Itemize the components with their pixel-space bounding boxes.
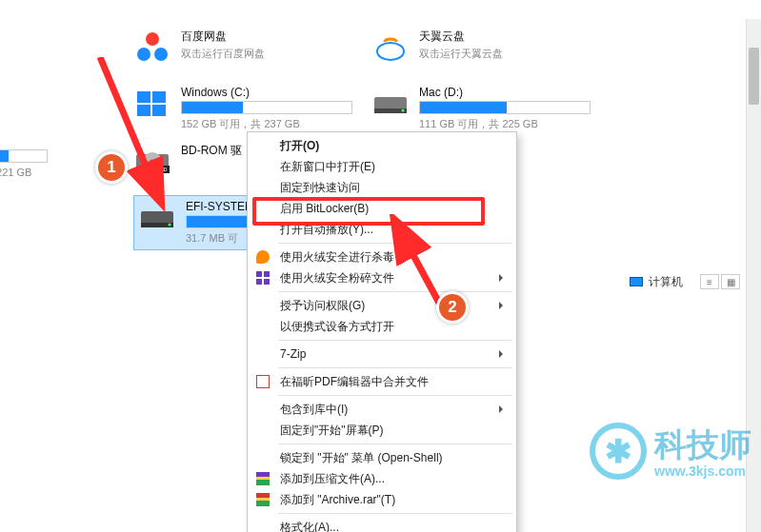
drive-capacity: 152 GB 可用，共 237 GB [181, 117, 371, 131]
menu-separator [278, 367, 512, 368]
pdf-icon [255, 374, 270, 389]
menu-7zip[interactable]: 7-Zip [250, 344, 514, 365]
item-baidu-netdisk[interactable]: 百度网盘 双击运行百度网盘 [133, 29, 371, 67]
item-subtitle: 双击运行百度网盘 [181, 47, 371, 61]
drive-title: Mac (D:) [419, 86, 610, 99]
menu-pin-start[interactable]: 固定到"开始"屏幕(P) [250, 420, 514, 441]
svg-rect-4 [137, 91, 150, 103]
menu-separator [278, 243, 512, 244]
menu-grant-access[interactable]: 授予访问权限(G) [250, 295, 514, 316]
svg-point-18 [169, 224, 171, 227]
menu-pin-quick-access[interactable]: 固定到快速访问 [250, 177, 514, 198]
chevron-right-icon [499, 274, 507, 282]
capacity-bar [419, 101, 591, 114]
menu-portable-device[interactable]: 以便携式设备方式打开 [250, 316, 514, 337]
vertical-scrollbar[interactable] [746, 19, 761, 532]
shield-icon [255, 249, 270, 265]
svg-rect-7 [152, 105, 166, 116]
item-title: 百度网盘 [181, 29, 371, 45]
svg-point-2 [154, 48, 168, 61]
cloud-icon [371, 29, 410, 67]
svg-point-0 [146, 32, 159, 46]
disc-icon: BD [133, 143, 171, 181]
menu-separator [278, 513, 512, 514]
menu-autoplay[interactable]: 打开自动播放(Y)... [250, 219, 514, 240]
capacity-bar [181, 101, 352, 114]
view-tiles-icon[interactable]: ▦ [721, 274, 740, 289]
svg-rect-6 [137, 105, 150, 116]
drive-capacity: 用，共 221 GB [0, 166, 86, 180]
svg-point-13 [150, 160, 155, 165]
svg-point-1 [137, 48, 150, 61]
menu-huorong-shred[interactable]: 使用火绒安全粉碎文件 [250, 267, 514, 288]
menu-separator [278, 291, 512, 292]
scroll-thumb[interactable] [749, 48, 759, 105]
menu-separator [278, 443, 512, 444]
annotation-badge-1: 1 [95, 151, 128, 184]
drive-mac-d[interactable]: Mac (D:) 111 GB 可用，共 225 GB [371, 86, 610, 131]
svg-point-10 [402, 109, 405, 112]
menu-open-new-window[interactable]: 在新窗口中打开(E) [250, 156, 514, 177]
drive-partial-left[interactable]: 用，共 221 GB [0, 148, 86, 180]
svg-point-3 [377, 43, 404, 60]
drive-icon [138, 200, 176, 238]
item-title: 天翼云盘 [419, 29, 610, 45]
menu-format[interactable]: 格式化(A)... [250, 517, 514, 532]
grid-icon [255, 270, 270, 286]
menu-huorong-scan[interactable]: 使用火绒安全进行杀毒 [250, 246, 514, 267]
svg-text:BD: BD [161, 167, 168, 172]
menu-include-library[interactable]: 包含到库中(I) [250, 399, 514, 420]
context-menu: 打开(O) 在新窗口中打开(E) 固定到快速访问 启用 BitLocker(B)… [247, 131, 517, 532]
computer-icon [630, 277, 643, 286]
drive-title: Windows (C:) [181, 86, 371, 99]
menu-open[interactable]: 打开(O) [250, 135, 514, 156]
chevron-right-icon [499, 405, 507, 413]
chevron-right-icon [499, 302, 507, 309]
capacity-bar [0, 149, 48, 163]
svg-rect-5 [152, 91, 166, 103]
menu-separator [278, 395, 512, 396]
status-footer: 计算机 ≡ ▦ [630, 271, 740, 292]
archive-icon [255, 471, 270, 486]
baidu-icon [133, 29, 171, 67]
drive-icon [371, 86, 410, 124]
item-tianyi-cloud[interactable]: 天翼云盘 双击运行天翼云盘 [371, 29, 610, 67]
archive-icon [255, 492, 270, 507]
menu-enable-bitlocker[interactable]: 启用 BitLocker(B) [250, 198, 514, 219]
item-subtitle: 双击运行天翼云盘 [419, 47, 610, 61]
menu-separator [278, 340, 512, 341]
view-details-icon[interactable]: ≡ [700, 274, 719, 289]
menu-add-to-rar[interactable]: 添加到 "Archive.rar"(T) [250, 489, 514, 510]
annotation-badge-2: 2 [436, 291, 469, 324]
chevron-right-icon [499, 350, 507, 358]
menu-lock-start-openshell[interactable]: 锁定到 "开始" 菜单 (Open-Shell) [250, 447, 514, 468]
footer-label: 计算机 [649, 274, 683, 290]
windows-logo-icon [133, 86, 171, 124]
drive-capacity: 111 GB 可用，共 225 GB [419, 117, 610, 131]
menu-foxit-merge[interactable]: 在福昕PDF编辑器中合并文件 [250, 371, 514, 392]
drive-windows-c[interactable]: Windows (C:) 152 GB 可用，共 237 GB [133, 86, 371, 131]
menu-add-to-archive[interactable]: 添加到压缩文件(A)... [250, 468, 514, 489]
